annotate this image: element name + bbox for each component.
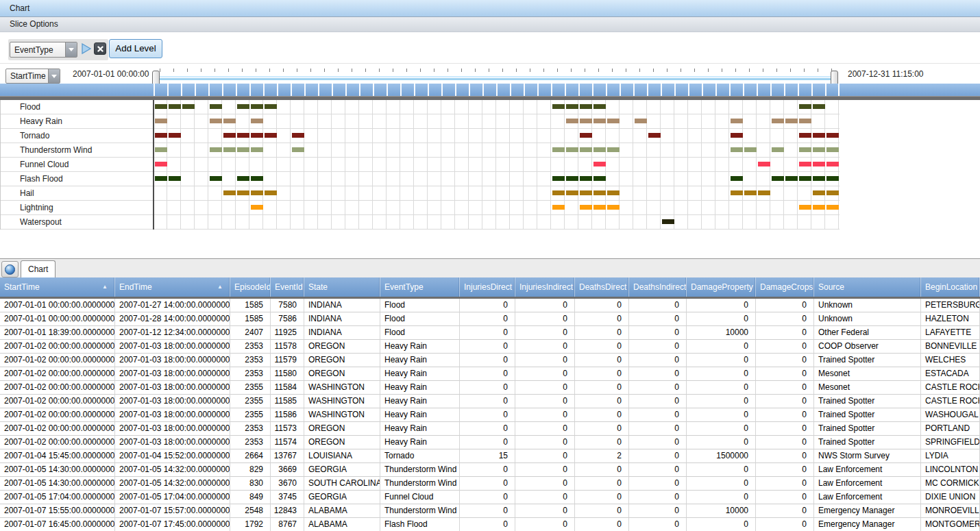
- gantt-bar[interactable]: [292, 147, 304, 152]
- gantt-bar[interactable]: [155, 147, 167, 152]
- gantt-bar[interactable]: [155, 162, 167, 166]
- gantt-bar[interactable]: [731, 119, 743, 123]
- gantt-bar[interactable]: [251, 190, 263, 195]
- gantt-bar[interactable]: [580, 176, 592, 181]
- column-header-deathsindirect[interactable]: DeathsIndirect: [629, 277, 687, 297]
- gantt-bar[interactable]: [635, 119, 647, 123]
- gantt-bar[interactable]: [210, 176, 222, 181]
- column-header-damageproperty[interactable]: DamageProperty: [687, 277, 756, 297]
- gantt-bar[interactable]: [758, 190, 770, 195]
- column-header-injuriesdirect[interactable]: InjuriesDirect: [460, 277, 515, 297]
- add-level-button[interactable]: Add Level: [109, 39, 162, 58]
- table-row[interactable]: 2007-01-04 15:45:00.00000002007-01-04 15…: [0, 449, 980, 463]
- table-row[interactable]: 2007-01-02 00:00:00.00000002007-01-03 18…: [0, 436, 980, 449]
- tab-chart[interactable]: Chart: [21, 260, 56, 278]
- gantt-bar[interactable]: [566, 104, 578, 109]
- time-slider-track[interactable]: [159, 76, 837, 80]
- gantt-bar[interactable]: [155, 133, 167, 138]
- gantt-bar[interactable]: [772, 147, 784, 152]
- gantt-bar[interactable]: [223, 147, 236, 152]
- timeline-overview-band[interactable]: [0, 84, 980, 96]
- gantt-bar[interactable]: [785, 176, 798, 181]
- gantt-bar[interactable]: [155, 119, 167, 123]
- table-row[interactable]: 2007-01-07 15:55:00.00000002007-01-07 15…: [0, 504, 980, 518]
- gantt-bar[interactable]: [813, 133, 825, 138]
- column-header-deathsdirect[interactable]: DeathsDirect: [575, 277, 629, 297]
- gantt-bar[interactable]: [292, 133, 304, 138]
- gantt-bar[interactable]: [731, 176, 743, 181]
- table-row[interactable]: 2007-01-02 00:00:00.00000002007-01-03 18…: [0, 395, 980, 408]
- gantt-bar[interactable]: [155, 104, 167, 109]
- gantt-bar[interactable]: [223, 119, 236, 123]
- gantt-bar[interactable]: [593, 162, 606, 166]
- gantt-bar[interactable]: [813, 162, 825, 166]
- gantt-bar[interactable]: [566, 147, 578, 152]
- table-row[interactable]: 2007-01-01 00:00:00.00000002007-01-28 14…: [0, 312, 980, 326]
- gantt-bar[interactable]: [826, 147, 839, 152]
- column-header-source[interactable]: Source: [814, 277, 921, 297]
- table-row[interactable]: 2007-01-07 16:45:00.00000002007-01-07 17…: [0, 518, 980, 531]
- gantt-bar[interactable]: [552, 104, 565, 109]
- gantt-bar[interactable]: [237, 176, 249, 181]
- gantt-bar[interactable]: [826, 133, 839, 138]
- gantt-bar[interactable]: [813, 147, 825, 152]
- gantt-bar[interactable]: [607, 205, 620, 210]
- gantt-bar[interactable]: [813, 205, 825, 210]
- gantt-bar[interactable]: [826, 205, 839, 210]
- table-row[interactable]: 2007-01-05 17:04:00.00000002007-01-05 17…: [0, 491, 980, 504]
- gantt-bar[interactable]: [772, 176, 784, 181]
- gantt-bar[interactable]: [648, 133, 661, 138]
- gantt-bar[interactable]: [182, 104, 195, 109]
- gantt-bar[interactable]: [251, 119, 263, 123]
- column-header-state[interactable]: State: [304, 277, 380, 297]
- gantt-bar[interactable]: [813, 176, 825, 181]
- gantt-bar[interactable]: [265, 104, 277, 109]
- gantt-bar[interactable]: [237, 147, 249, 152]
- time-field-select[interactable]: StartTime: [5, 69, 60, 84]
- gantt-bar[interactable]: [826, 190, 839, 195]
- gantt-bar[interactable]: [731, 133, 743, 138]
- view-globe-button[interactable]: [1, 261, 19, 277]
- gantt-bar[interactable]: [813, 190, 825, 195]
- table-row[interactable]: 2007-01-05 14:30:00.00000002007-01-05 14…: [0, 477, 980, 491]
- gantt-bar[interactable]: [607, 147, 620, 152]
- column-header-damagecrops[interactable]: DamageCrops: [756, 277, 814, 297]
- column-header-eventtype[interactable]: EventType: [380, 277, 460, 297]
- gantt-bar[interactable]: [731, 190, 743, 195]
- gantt-bar[interactable]: [210, 119, 222, 123]
- gantt-bar[interactable]: [580, 133, 592, 138]
- table-row[interactable]: 2007-01-02 00:00:00.00000002007-01-03 18…: [0, 367, 980, 381]
- gantt-bar[interactable]: [552, 147, 565, 152]
- gantt-bar[interactable]: [210, 147, 222, 152]
- column-header-starttime[interactable]: StartTime▲: [0, 277, 115, 297]
- gantt-bar[interactable]: [607, 190, 620, 195]
- gantt-bar[interactable]: [593, 104, 606, 109]
- gantt-bar[interactable]: [826, 162, 839, 166]
- gantt-bar[interactable]: [566, 176, 578, 181]
- gantt-bar[interactable]: [799, 147, 811, 152]
- chevron-down-icon[interactable]: [65, 42, 77, 57]
- gantt-bar[interactable]: [265, 133, 277, 138]
- gantt-bar[interactable]: [593, 147, 606, 152]
- gantt-bar[interactable]: [169, 104, 181, 109]
- table-row[interactable]: 2007-01-05 14:30:00.00000002007-01-05 14…: [0, 463, 980, 477]
- table-row[interactable]: 2007-01-01 18:39:00.00000002007-01-12 12…: [0, 326, 980, 340]
- gantt-bar[interactable]: [155, 176, 167, 181]
- gantt-bar[interactable]: [251, 176, 263, 181]
- table-row[interactable]: 2007-01-02 00:00:00.00000002007-01-03 18…: [0, 381, 980, 395]
- gantt-bar[interactable]: [580, 147, 592, 152]
- event-type-select[interactable]: EventType: [10, 42, 77, 58]
- table-row[interactable]: 2007-01-02 00:00:00.00000002007-01-03 18…: [0, 340, 980, 354]
- gantt-bar[interactable]: [237, 104, 249, 109]
- gantt-bar[interactable]: [593, 176, 606, 181]
- gantt-bar[interactable]: [580, 205, 592, 210]
- gantt-bar[interactable]: [813, 104, 825, 109]
- gantt-bar[interactable]: [223, 133, 236, 138]
- column-header-beginlocation[interactable]: BeginLocation: [921, 277, 980, 297]
- gantt-bar[interactable]: [251, 104, 263, 109]
- remove-slice-button[interactable]: [94, 42, 106, 55]
- gantt-bar[interactable]: [607, 119, 620, 123]
- table-row[interactable]: 2007-01-02 00:00:00.00000002007-01-03 18…: [0, 354, 980, 367]
- gantt-bar[interactable]: [552, 176, 565, 181]
- gantt-bar[interactable]: [662, 219, 674, 224]
